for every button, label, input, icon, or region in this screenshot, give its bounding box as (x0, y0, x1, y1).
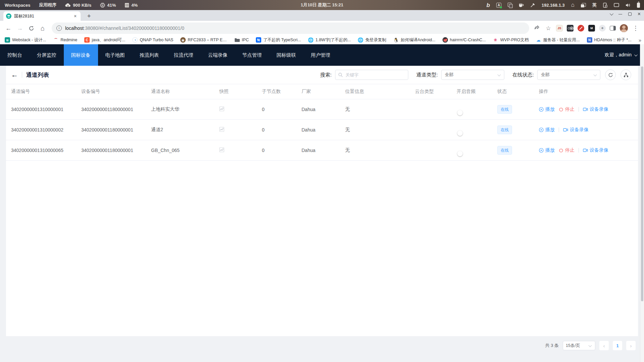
bookmark-hdatmos[interactable]: NHDAtmos :: 种子 *... (587, 37, 632, 43)
window-maximize-button[interactable] (628, 12, 632, 16)
bookmark-star-button[interactable]: ☆ (545, 25, 552, 32)
stop-button[interactable]: 停止 (559, 147, 574, 153)
column-header-channel-id: 通道编号 (11, 89, 81, 95)
channel-type-label: 通道类型: (416, 72, 438, 78)
volume-tray-icon[interactable] (626, 3, 631, 7)
bookmark-compile-android[interactable]: 🐧如何编译Android... (393, 37, 435, 43)
current-page-button[interactable]: 1 (613, 341, 622, 350)
column-header-audio: 开启音频 (457, 89, 497, 95)
bookmark-typescript-zhihu[interactable]: 知了不起的 TypeScri... (256, 37, 301, 43)
color-picker-tray-icon[interactable] (530, 3, 535, 8)
browser-menu-button[interactable]: ⋮ (632, 24, 639, 32)
clock[interactable]: 1月10日 星期二 15:21 (301, 2, 343, 8)
share-button[interactable] (533, 25, 541, 32)
nav-item-node-manage[interactable]: 节点管理 (235, 44, 269, 66)
tab-close-button[interactable]: × (73, 13, 78, 19)
bookmark-qnap[interactable]: ◔QNAP Turbo NAS (132, 37, 173, 43)
extension-dark-icon[interactable]: M (588, 25, 595, 32)
search-input[interactable] (335, 70, 408, 80)
new-tab-button[interactable]: + (85, 12, 93, 20)
applications-menu[interactable]: 应用程序 (39, 2, 56, 8)
online-status-select[interactable]: 全部 (537, 70, 600, 80)
extension-js-icon[interactable]: JS (556, 25, 563, 32)
bookmark-lighthouse-server[interactable]: ☁服务器 - 轻量应用... (536, 37, 580, 43)
snapshot-cell[interactable] (219, 106, 262, 112)
channel-id-cell: 34020000001310000001 (11, 107, 81, 112)
play-button[interactable]: 播放 (539, 147, 555, 153)
page-back-button[interactable]: ← (11, 71, 21, 79)
memory-usage-indicator[interactable]: 4% (125, 3, 138, 8)
nav-item-cloud-record[interactable]: 云端录像 (201, 44, 235, 66)
nav-item-gb-devices[interactable]: 国标设备 (64, 44, 98, 66)
nav-item-user-manage[interactable]: 用户管理 (304, 44, 338, 66)
stop-button[interactable]: 停止 (559, 106, 574, 112)
translate-tray-icon[interactable]: A (496, 3, 501, 8)
snapshot-cell[interactable] (219, 127, 262, 133)
bookmark-18w-article[interactable]: 🌐1.8W字|了不起的... (308, 37, 351, 43)
extension-misc-icon[interactable]: ❖ (599, 25, 606, 32)
channel-list-panel: ← 通道列表 搜索: 通道类型: 全部 在线状态: 全部 (6, 66, 638, 336)
extension-adblock-icon[interactable] (578, 25, 584, 32)
device-record-button[interactable]: 设备录像 (583, 147, 608, 153)
play-button[interactable]: 播放 (539, 127, 555, 133)
nav-item-console[interactable]: 控制台 (0, 44, 30, 66)
nav-item-gb-cascade[interactable]: 国标级联 (269, 44, 304, 66)
welcome-admin-menu[interactable]: 欢迎，admin (605, 52, 644, 58)
globe-icon: 🌐 (308, 37, 313, 43)
cpu-usage-indicator[interactable]: 41% (100, 3, 116, 8)
browser-home-button[interactable]: ⌂ (38, 23, 48, 33)
workspaces-button[interactable]: Workspaces (5, 3, 30, 8)
column-header-channel-name: 通道名称 (151, 89, 219, 95)
back-button[interactable]: ← (3, 23, 13, 33)
page-scrollbar[interactable] (640, 44, 644, 362)
bookmark-copy-nologin[interactable]: 🌐免登录复制 (358, 37, 386, 43)
bookmarks-overflow-button[interactable]: » (639, 37, 641, 43)
vendor-cell: Dahua (302, 127, 345, 133)
bing-tray-icon[interactable]: b (487, 2, 490, 8)
network-speed-indicator[interactable]: 900 KB/s (65, 3, 91, 8)
home-tray-icon[interactable]: ⌂ (571, 2, 574, 8)
input-method-indicator[interactable]: 英 (592, 2, 597, 8)
play-button[interactable]: 播放 (539, 106, 555, 112)
channel-type-select[interactable]: 全部 (441, 70, 504, 80)
device-record-button[interactable]: 设备录像 (563, 127, 589, 133)
bookmark-java-android[interactable]: Cjava、android可... (84, 37, 125, 43)
window-close-button[interactable]: × (638, 12, 641, 16)
bookmark-rfc2833[interactable]: ◉RFC2833 – RTP Ev... (180, 37, 227, 43)
profile-avatar[interactable] (620, 24, 628, 32)
tab-search-chevron-icon[interactable] (609, 12, 613, 15)
phone-link-tray-icon[interactable] (603, 3, 607, 8)
nav-item-split-screen[interactable]: 分屏监控 (30, 44, 64, 66)
forward-button[interactable]: → (15, 23, 25, 33)
refresh-button[interactable] (605, 69, 616, 80)
next-page-button[interactable]: › (626, 341, 636, 350)
page-size-select[interactable]: 15条/页 (563, 341, 595, 350)
window-minimize-button[interactable] (618, 14, 622, 14)
ip-address-indicator[interactable]: 192.168.1.3 (542, 3, 565, 8)
bookmark-webstack[interactable]: ≋Webstack - 设计... (5, 37, 46, 43)
prev-page-button[interactable]: ‹ (599, 341, 609, 350)
bookmark-redmine[interactable]: ⌒Redmine (53, 37, 77, 43)
battery-tray-icon[interactable] (637, 3, 640, 8)
scrollbar-thumb[interactable] (641, 66, 643, 301)
device-record-button[interactable]: 设备录像 (583, 106, 608, 112)
nav-item-e-map[interactable]: 电子地图 (98, 44, 132, 66)
extension-glasses-icon[interactable] (567, 25, 573, 32)
reload-button[interactable] (26, 23, 36, 33)
nav-item-pull-proxy[interactable]: 拉流代理 (167, 44, 201, 66)
bookmark-ipc-folder[interactable]: IPC (234, 38, 249, 42)
coffee-caffeine-tray-icon[interactable] (518, 3, 524, 7)
browser-tab[interactable]: 国标28181 × (3, 11, 81, 21)
tree-view-button[interactable] (620, 69, 631, 80)
window-switcher-tray-icon[interactable] (581, 3, 586, 7)
bookmark-github-crash[interactable]: 🐙hairrrrr/C-CrashC... (443, 37, 486, 43)
page-info-icon[interactable]: i (56, 25, 62, 31)
url-bar[interactable]: i localhost:38080/#/channelList/34020000… (52, 22, 529, 34)
display-tray-icon[interactable] (614, 3, 619, 7)
column-header-children: 子节点数 (262, 89, 302, 95)
side-panel-button[interactable] (610, 26, 616, 31)
clipboard-tray-icon[interactable] (508, 3, 512, 7)
snapshot-cell[interactable] (219, 147, 262, 153)
bookmark-wvp-pro-docs[interactable]: ❀WVP-PRO文档 (493, 37, 529, 43)
nav-item-push-list[interactable]: 推流列表 (132, 44, 167, 66)
